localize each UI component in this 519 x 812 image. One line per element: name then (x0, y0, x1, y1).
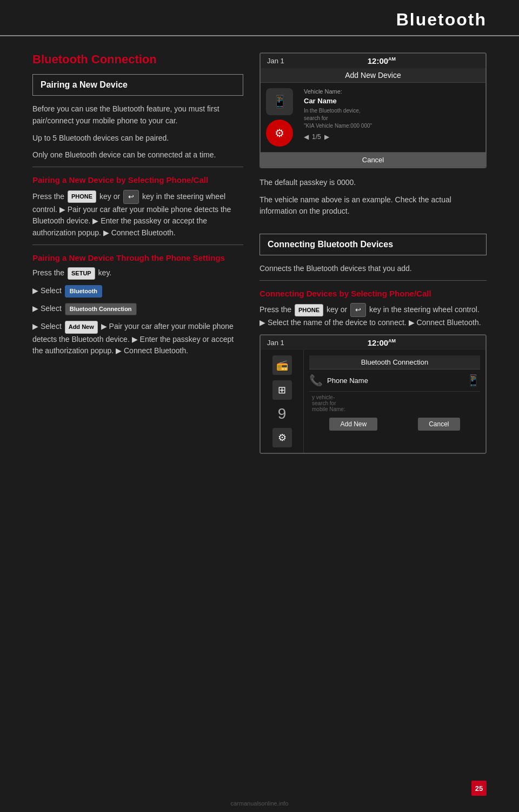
screen1-date: Jan 1 (267, 57, 284, 65)
connecting-by-phone-heading: Connecting Devices by Selecting Phone/Ca… (260, 288, 487, 299)
phone-icon-box: 📱 (266, 88, 293, 115)
screen2-time: 12:00AM (368, 338, 396, 347)
pairing-by-phone-text: Press the PHONE key or ↩ key in the stee… (32, 190, 243, 239)
passkey-text2: The vehicle name above is an example. Ch… (260, 194, 487, 217)
main-content: Bluetooth Connection Pairing a New Devic… (0, 36, 519, 484)
settings-step3: ▶ Select Add New ▶ Pair your car after y… (32, 321, 243, 357)
main-section-title: Bluetooth Connection (32, 52, 243, 67)
screen1-right-info: Vehicle Name: Car Name In the Bluetooth … (304, 88, 480, 147)
phone-key-btn: PHONE (68, 190, 96, 203)
connecting-by-phone-text: Press the PHONE key or ↩ key in the stee… (260, 303, 487, 329)
screen2-phone-icon: 📞 (309, 374, 323, 387)
pairing-para3: Only one Bluetooth device can be connect… (32, 149, 243, 161)
left-column: Bluetooth Connection Pairing a New Devic… (32, 52, 243, 463)
screen1-body: 📱 ⚙ Vehicle Name: Car Name In the Blueto… (261, 83, 485, 152)
divider1 (32, 167, 243, 167)
pairing-new-device-title: Pairing a New Device (41, 80, 235, 90)
screen2-info-area: y vehicle- search for mobile Name: (309, 392, 480, 413)
screen2-phone-name: Phone Name (327, 377, 368, 385)
screen1-vehicle-label: Vehicle Name: (304, 88, 480, 95)
setup-key-btn: SETUP (68, 267, 95, 280)
step1-prefix: ▶ Select (32, 287, 62, 295)
screen2-bottom-row: Add New Cancel (309, 413, 480, 433)
settings-step0: Press the SETUP key. (32, 267, 243, 280)
screen1-time: 12:00AM (368, 56, 396, 65)
settings-step1: ▶ Select Bluetooth (32, 285, 243, 298)
settings-icon-box: ⚙ (266, 120, 293, 147)
screen2-icon-grid: ⊞ (272, 380, 292, 400)
screen2-icon-fm: 📻 (272, 355, 292, 375)
connecting-devices-text: Connects the Bluetooth devices that you … (260, 263, 487, 275)
screen2-mockup: Jan 1 12:00AM 📻 ⊞ 9 ⚙ Bluetooth Connecti… (260, 334, 487, 454)
screen1-title-bar: Add New Device (261, 68, 485, 83)
connecting-devices-title: Connecting Bluetooth Devices (268, 240, 478, 249)
pairing-through-settings-heading: Pairing a New Device Through the Phone S… (32, 253, 243, 263)
passkey-text1: The default passkey is 0000. (260, 177, 487, 189)
screen2-cancel-btn[interactable]: Cancel (418, 418, 460, 431)
right-column: Jan 1 12:00AM Add New Device 📱 ⚙ Vehic (260, 52, 487, 463)
screen2-add-new-btn[interactable]: Add New (329, 418, 377, 431)
page-number: 25 (471, 781, 487, 796)
page-container: Bluetooth Bluetooth Connection Pairing a… (0, 0, 519, 812)
watermark: carmanualsonline.info (0, 800, 519, 807)
screen1-title: Add New Device (345, 71, 401, 80)
pairing-by-phone-heading: Pairing a New Device by Selecting Phone/… (32, 175, 243, 186)
screen1-nav: ◀ 1/5 ▶ (304, 133, 480, 141)
phone-key-btn2: PHONE (295, 304, 323, 316)
step2-prefix: ▶ Select (32, 305, 62, 313)
screen1-vehicle-name: Car Name (304, 97, 480, 105)
settings-step2: ▶ Select Bluetooth Connection (32, 303, 243, 315)
pairing-para1: Before you can use the Bluetooth feature… (32, 103, 243, 127)
screen2-left-panel: 📻 ⊞ 9 ⚙ (261, 350, 304, 453)
connecting-devices-box: Connecting Bluetooth Devices (260, 234, 487, 255)
bluetooth-connection-btn: Bluetooth Connection (65, 303, 137, 315)
screen1-left-icons: 📱 ⚙ (266, 88, 298, 147)
screen2-phone-icon2: 📱 (467, 374, 480, 387)
page-title: Bluetooth (396, 10, 487, 29)
screen2-title: Bluetooth Connection (309, 355, 480, 369)
screen2-date: Jan 1 (267, 339, 284, 347)
screen2-phone-row: 📞 Phone Name 📱 (309, 369, 480, 392)
divider3 (260, 280, 487, 281)
screen2-right-panel: Bluetooth Connection 📞 Phone Name 📱 y ve… (304, 350, 485, 453)
divider2 (32, 245, 243, 245)
screen2-header-bar: Jan 1 12:00AM (261, 335, 485, 350)
screen2-icon-settings: ⚙ (272, 428, 292, 447)
screen1-small-text: In the Bluetooth device, search for "KIA… (304, 107, 480, 130)
pairing-new-device-box: Pairing a New Device (32, 74, 243, 96)
screen1-cancel-btn[interactable]: Cancel (261, 152, 485, 167)
screen1-header-bar: Jan 1 12:00AM (261, 54, 485, 68)
connecting-text-rest: key in the steering wheel control. ▶ Sel… (260, 305, 481, 327)
add-new-btn-inline: Add New (65, 321, 98, 333)
screen1-mockup: Jan 1 12:00AM Add New Device 📱 ⚙ Vehic (260, 52, 487, 168)
page-header: Bluetooth (0, 0, 519, 36)
call-icon2: ↩ (350, 303, 366, 317)
step3-text: ▶ Pair your car after your mobile phone … (32, 322, 234, 355)
spacer1 (260, 223, 487, 234)
screen2-digit: 9 (278, 405, 287, 422)
call-icon: ↩ (123, 190, 139, 204)
bluetooth-btn: Bluetooth (65, 285, 102, 298)
screen2-body: 📻 ⊞ 9 ⚙ Bluetooth Connection 📞 Phone Nam… (261, 350, 485, 453)
pairing-para2: Up to 5 Bluetooth devices can be paired. (32, 133, 243, 144)
